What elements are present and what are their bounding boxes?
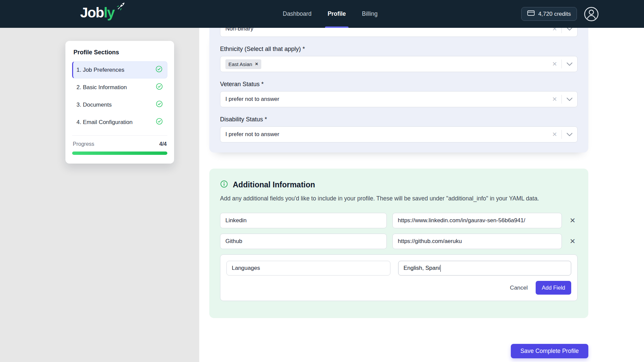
gender-select-value: Non-binary <box>225 28 548 32</box>
clear-icon[interactable]: ✕ <box>548 96 561 103</box>
credit-card-icon <box>527 10 535 17</box>
check-circle-icon <box>156 118 163 127</box>
chevron-down-icon[interactable] <box>562 28 577 31</box>
progress-bar-fill <box>72 152 167 155</box>
progress-label: Progress <box>73 141 94 147</box>
additional-field-row: ✕ <box>220 234 578 249</box>
remove-field-icon[interactable]: ✕ <box>568 237 578 245</box>
ethnicity-multiselect[interactable]: East Asian ✕ ✕ <box>220 56 578 72</box>
sidebar-item-label: 2. Basic Information <box>76 84 127 91</box>
nav-billing[interactable]: Billing <box>362 0 378 28</box>
chevron-down-icon[interactable] <box>562 62 577 66</box>
sidebar-item-label: 3. Documents <box>76 102 112 108</box>
add-field-button[interactable]: Add Field <box>536 281 571 295</box>
progress-bar <box>72 152 167 155</box>
logo-text-primary: Job <box>80 5 104 20</box>
additional-information-section: Additional Information Add any additiona… <box>209 169 588 318</box>
user-avatar-icon[interactable] <box>584 6 599 22</box>
sidebar-item-label: 1. Job Preferences <box>76 67 124 73</box>
sidebar-item-documents[interactable]: 3. Documents <box>72 96 167 113</box>
top-navigation-bar: Jobly Dashboard Profile Billing 4,720 cr <box>0 0 644 28</box>
main-nav: Dashboard Profile Billing <box>283 0 378 28</box>
new-field-card: English, Spani Cancel Add Field <box>220 254 578 301</box>
clear-icon[interactable]: ✕ <box>548 28 561 33</box>
disability-status-select[interactable]: I prefer not to answer ✕ <box>220 126 578 142</box>
sidebar-item-email-configuration[interactable]: 4. Email Configuration <box>72 114 167 131</box>
sidebar-title: Profile Sections <box>73 49 166 56</box>
ethnicity-tag: East Asian ✕ <box>225 59 261 69</box>
sidebar-item-basic-information[interactable]: 2. Basic Information <box>72 79 167 96</box>
new-field-value-input[interactable]: English, Spani <box>398 261 571 276</box>
info-icon <box>220 180 228 189</box>
field-key-input[interactable] <box>220 234 387 249</box>
progress-value: 4/4 <box>159 141 167 147</box>
nav-profile[interactable]: Profile <box>328 0 346 28</box>
disability-status-value: I prefer not to answer <box>225 131 548 138</box>
veteran-status-label: Veteran Status * <box>220 81 578 88</box>
chevron-down-icon[interactable] <box>562 98 577 101</box>
clear-icon[interactable]: ✕ <box>548 60 561 68</box>
check-circle-icon <box>156 83 163 92</box>
new-field-value-text: English, Spani <box>404 265 440 272</box>
chevron-down-icon[interactable] <box>562 133 577 136</box>
app-logo[interactable]: Jobly <box>80 5 114 21</box>
progress-block: Progress 4/4 <box>72 135 167 155</box>
veteran-status-select[interactable]: I prefer not to answer ✕ <box>220 91 578 107</box>
gender-select[interactable]: Non-binary ✕ <box>220 28 578 37</box>
ethnicity-tag-label: East Asian <box>228 61 252 67</box>
cancel-button[interactable]: Cancel <box>510 285 528 291</box>
additional-field-row: ✕ <box>220 213 578 228</box>
profile-sections-card: Profile Sections 1. Job Preferences 2. B… <box>65 41 174 164</box>
sidebar-item-label: 4. Email Configuration <box>76 119 132 126</box>
additional-info-title: Additional Information <box>233 180 315 189</box>
save-complete-profile-button[interactable]: Save Complete Profile <box>511 344 588 358</box>
ethnicity-label: Ethnicity (Select all that apply) * <box>220 46 578 53</box>
field-value-input[interactable] <box>392 213 562 228</box>
field-value-input[interactable] <box>392 234 562 249</box>
check-circle-icon <box>155 65 163 74</box>
field-key-input[interactable] <box>220 213 387 228</box>
disability-status-label: Disability Status * <box>220 116 578 123</box>
text-caret <box>440 265 441 272</box>
additional-info-description: Add any additional fields you'd like to … <box>220 195 578 202</box>
new-field-key-input[interactable] <box>226 261 390 276</box>
logo-rocket-icon <box>113 1 126 17</box>
clear-icon[interactable]: ✕ <box>548 131 561 138</box>
tag-remove-icon[interactable]: ✕ <box>255 62 258 66</box>
nav-dashboard[interactable]: Dashboard <box>283 0 312 28</box>
sidebar-item-job-preferences[interactable]: 1. Job Preferences <box>72 61 167 78</box>
credits-button[interactable]: 4,720 credits <box>521 7 577 21</box>
credits-label: 4,720 credits <box>538 11 571 17</box>
demographics-section: Non-binary ✕ Ethnicity (Select all that … <box>209 28 588 153</box>
veteran-status-value: I prefer not to answer <box>225 96 548 103</box>
check-circle-icon <box>156 100 163 109</box>
remove-field-icon[interactable]: ✕ <box>568 217 578 225</box>
header-actions: 4,720 credits <box>521 0 599 28</box>
